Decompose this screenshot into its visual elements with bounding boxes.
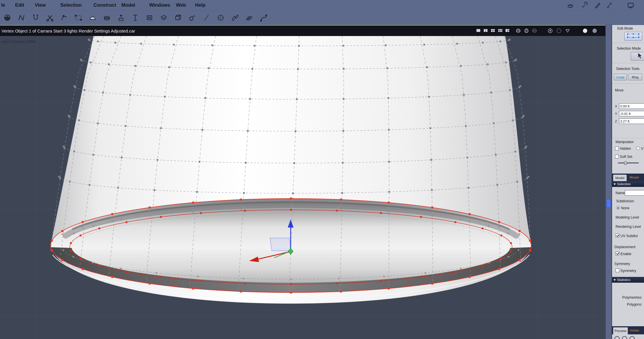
hidden-checkbox[interactable] xyxy=(615,147,619,150)
pen-tool-icon[interactable] xyxy=(594,1,602,10)
view-single-icon[interactable] xyxy=(476,28,481,34)
tab-preview-label: Preview xyxy=(615,329,627,333)
displacement-enable-label: Enable xyxy=(620,252,631,256)
gray-sphere-icon[interactable] xyxy=(592,28,598,35)
application-window: le Edit View Selection Construct Model W… xyxy=(0,0,644,339)
knife-tool-icon[interactable] xyxy=(605,1,614,10)
draw-polyline-icon[interactable] xyxy=(17,13,26,23)
scrollbar-thumb[interactable] xyxy=(606,199,611,208)
spray-tool-icon[interactable] xyxy=(566,1,575,10)
diamond-tool-icon[interactable] xyxy=(629,336,635,339)
spline-fork-icon[interactable] xyxy=(258,13,268,23)
menu-file[interactable]: le xyxy=(1,2,5,8)
symmetry-check-label: Symmetry xyxy=(620,269,636,273)
displacement-enable-checkbox[interactable] xyxy=(616,252,619,255)
titlebar: Vertex Object 1 of Carrara Start 3 light… xyxy=(0,25,605,36)
menu-help[interactable]: Help xyxy=(195,2,206,8)
camera-label[interactable]: ctor's Camera 100% xyxy=(2,39,36,44)
fold-planes-icon[interactable] xyxy=(230,13,240,23)
ring-button[interactable]: Ring xyxy=(628,74,642,80)
menu-edit[interactable]: Edit xyxy=(15,2,24,8)
polygons-label: Polygons: xyxy=(612,302,642,306)
divider xyxy=(612,138,644,139)
menu-selection[interactable]: Selection xyxy=(60,2,82,8)
edit-mode-button[interactable] xyxy=(624,32,642,41)
divider xyxy=(612,84,644,84)
subdivision-label: Subdivision xyxy=(616,199,634,203)
white-sphere-icon[interactable] xyxy=(582,28,588,35)
viewport-scrollbar[interactable] xyxy=(605,25,612,339)
rotate-tool-icon[interactable] xyxy=(614,336,620,339)
soft-selection-slider[interactable] xyxy=(618,163,639,164)
symmetry-label: Symmetry xyxy=(614,262,630,266)
orbit-icon[interactable] xyxy=(547,28,553,35)
view-grid-icon[interactable] xyxy=(497,28,503,34)
move-x-label: X xyxy=(615,104,617,108)
sphere-dotted-icon[interactable] xyxy=(532,28,537,35)
disc-icon[interactable] xyxy=(102,13,112,23)
collapse-triangle-icon xyxy=(614,183,616,185)
symmetry-checkbox[interactable] xyxy=(616,268,619,272)
menu-web[interactable]: Web xyxy=(176,2,186,8)
move-y-label: Y xyxy=(615,112,617,116)
view-quad-icon[interactable] xyxy=(490,28,496,34)
subdivision-none-label: None xyxy=(621,206,629,210)
soft-select-icon[interactable] xyxy=(216,13,226,23)
menu-view[interactable]: View xyxy=(35,2,46,8)
triangle-down-icon[interactable] xyxy=(565,28,571,35)
selection-section-header[interactable]: Selection xyxy=(612,181,644,187)
displacement-label: Displacement xyxy=(614,245,636,249)
dotted-circle-icon[interactable] xyxy=(556,28,562,35)
name-label: Name xyxy=(616,191,625,195)
view-radio[interactable] xyxy=(636,147,640,150)
divider xyxy=(612,43,644,44)
divider xyxy=(612,63,644,64)
soft-selection-slider-thumb[interactable] xyxy=(624,161,627,165)
selection-mode-button[interactable] xyxy=(631,52,644,61)
subdivision-none-radio[interactable] xyxy=(616,206,620,210)
menu-windows[interactable]: Windows xyxy=(149,2,170,8)
selection-tools-label: Selection Tools xyxy=(616,67,640,71)
tab-morph[interactable]: Morph xyxy=(629,176,639,179)
divider-slash-icon xyxy=(202,13,211,23)
view-combo-icon[interactable] xyxy=(505,28,510,34)
tab-instances[interactable]: Instan xyxy=(630,329,639,332)
delete-face-icon[interactable] xyxy=(145,13,154,23)
marquee-select-icon[interactable] xyxy=(73,13,83,23)
view-split-vertical-icon[interactable] xyxy=(483,28,489,34)
box-icon[interactable] xyxy=(173,13,183,23)
tab-preview[interactable]: Preview xyxy=(613,327,628,334)
clamp-icon[interactable] xyxy=(31,13,41,23)
sphere-primitive-icon[interactable] xyxy=(2,13,12,23)
dome-icon[interactable] xyxy=(88,13,98,23)
sphere-wire-h-icon[interactable] xyxy=(515,28,521,35)
loop-button[interactable]: Loop xyxy=(614,74,627,80)
weld-icon[interactable] xyxy=(130,13,140,23)
tablet-tool-icon[interactable] xyxy=(627,1,635,10)
tab-model-label: Model xyxy=(615,176,624,180)
attach-icon[interactable] xyxy=(187,13,197,23)
edit-mode-label: Edit Mode xyxy=(617,26,633,30)
bend-line-icon[interactable] xyxy=(59,13,69,23)
dotted-select-icon[interactable] xyxy=(622,336,627,339)
soft-selection-label: Soft Sel. xyxy=(620,155,633,159)
tab-model[interactable]: Model xyxy=(613,174,627,181)
menu-model[interactable]: Model xyxy=(121,2,135,8)
viewport-canvas[interactable] xyxy=(0,36,605,339)
extrude-icon[interactable] xyxy=(116,13,126,23)
uv-subdivision-label: UV Subdivi xyxy=(620,234,638,238)
statistics-section-header[interactable]: Statistics xyxy=(612,277,644,283)
move-y-input[interactable] xyxy=(619,111,644,116)
uv-subdivision-checkbox[interactable] xyxy=(616,234,619,237)
scissors-icon[interactable] xyxy=(45,13,55,23)
displace-slab-icon[interactable] xyxy=(244,13,254,23)
soft-selection-checkbox[interactable] xyxy=(615,155,619,158)
layers-icon[interactable] xyxy=(159,13,169,23)
menubar: le Edit View Selection Construct Model W… xyxy=(0,0,644,10)
menu-construct[interactable]: Construct xyxy=(93,2,116,8)
name-input[interactable] xyxy=(625,190,644,196)
wrench-tool-icon[interactable] xyxy=(581,1,589,10)
move-x-input[interactable] xyxy=(619,103,644,109)
sphere-wire-v-icon[interactable] xyxy=(524,28,529,35)
move-z-input[interactable] xyxy=(619,118,644,124)
